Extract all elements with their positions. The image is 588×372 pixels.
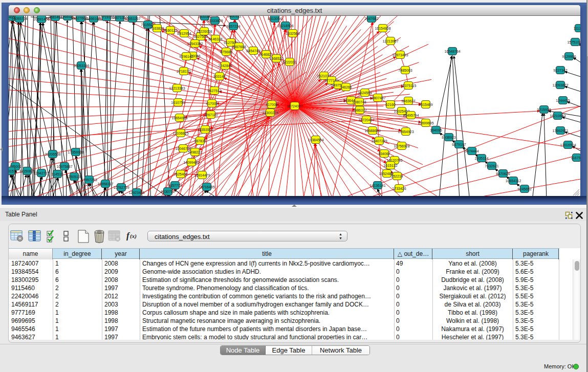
svg-text:2087682: 2087682 (364, 17, 378, 20)
svg-text:39151: 39151 (9, 169, 16, 173)
svg-text:7632621: 7632621 (485, 164, 498, 168)
svg-text:2242846: 2242846 (218, 64, 232, 68)
svg-text:12213383: 12213383 (169, 86, 185, 90)
svg-text:12150829: 12150829 (19, 169, 35, 173)
svg-text:10958117: 10958117 (98, 182, 114, 186)
svg-text:62160: 62160 (385, 103, 396, 106)
svg-text:9245652: 9245652 (517, 187, 531, 191)
svg-text:18407249: 18407249 (371, 139, 387, 143)
svg-text:2367608: 2367608 (232, 45, 246, 49)
svg-text:10543382: 10543382 (187, 42, 203, 46)
svg-text:10807487: 10807487 (369, 96, 385, 100)
svg-text:10653267: 10653267 (124, 17, 140, 20)
svg-text:19106825: 19106825 (172, 132, 188, 135)
svg-text:12375115: 12375115 (401, 84, 417, 87)
svg-text:164095: 164095 (430, 128, 442, 132)
svg-text:16548784: 16548784 (444, 50, 460, 53)
svg-text:934067: 934067 (378, 152, 390, 156)
svg-text:9160123: 9160123 (163, 29, 177, 32)
svg-text:111203: 111203 (574, 27, 580, 30)
svg-text:417006: 417006 (266, 103, 277, 106)
svg-text:8470626: 8470626 (496, 172, 510, 176)
svg-text:9427512: 9427512 (207, 89, 221, 93)
svg-text:21300273: 21300273 (262, 111, 278, 115)
svg-text:14136141: 14136141 (369, 184, 385, 187)
svg-text:16154808: 16154808 (375, 27, 390, 30)
svg-text:17692971: 17692971 (552, 129, 568, 133)
svg-text:9230712: 9230712 (161, 190, 175, 193)
svg-text:9129906: 9129906 (562, 55, 576, 58)
svg-text:1603380: 1603380 (198, 16, 211, 18)
svg-text:7485003: 7485003 (398, 69, 412, 72)
svg-text:14055724: 14055724 (11, 17, 27, 20)
svg-text:10699695: 10699695 (418, 121, 433, 125)
svg-text:8454749: 8454749 (246, 49, 260, 53)
svg-text:10782759: 10782759 (113, 186, 129, 189)
svg-text:10975887: 10975887 (56, 165, 72, 168)
svg-text:(x): (x) (130, 233, 137, 239)
svg-text:7163822: 7163822 (150, 27, 164, 30)
svg-text:116753: 116753 (571, 156, 580, 160)
svg-text:7625402: 7625402 (173, 172, 187, 176)
svg-text:1332564: 1332564 (286, 32, 299, 35)
svg-text:2935114: 2935114 (475, 157, 489, 160)
svg-text:7986372: 7986372 (353, 108, 366, 112)
svg-text:9515469: 9515469 (419, 103, 432, 106)
svg-text:10654112: 10654112 (506, 179, 521, 183)
svg-text:12942737: 12942737 (33, 171, 49, 175)
svg-text:1065327: 1065327 (60, 16, 74, 18)
svg-text:15353593: 15353593 (197, 128, 213, 132)
svg-text:20206538: 20206538 (45, 152, 60, 156)
svg-text:8938923: 8938923 (442, 136, 455, 139)
svg-text:10688609: 10688609 (364, 129, 380, 133)
svg-text:675685: 675685 (220, 50, 232, 54)
svg-text:9227342: 9227342 (553, 69, 567, 72)
svg-text:16033809: 16033809 (207, 19, 223, 23)
svg-text:9296142: 9296142 (179, 55, 193, 58)
svg-text:5498222: 5498222 (188, 150, 202, 154)
svg-text:19654935: 19654935 (171, 116, 187, 120)
svg-text:8912954: 8912954 (177, 32, 191, 35)
svg-text:12505135: 12505135 (66, 175, 82, 179)
svg-text:16210643: 16210643 (550, 114, 565, 118)
svg-text:8813054: 8813054 (268, 17, 281, 20)
svg-text:3267110: 3267110 (204, 113, 218, 117)
svg-text:1244415: 1244415 (556, 99, 570, 102)
svg-text:18724007: 18724007 (287, 104, 302, 108)
svg-text:10046708: 10046708 (175, 147, 191, 150)
svg-text:9657774: 9657774 (168, 184, 182, 187)
svg-text:12213957: 12213957 (382, 39, 398, 43)
svg-text:252214: 252214 (391, 174, 403, 178)
svg-text:14099489: 14099489 (183, 161, 199, 164)
svg-text:10973493: 10973493 (392, 53, 408, 57)
svg-text:1080748: 1080748 (352, 100, 366, 104)
svg-text:987833: 987833 (194, 139, 206, 143)
svg-text:15716485: 15716485 (199, 185, 214, 189)
svg-text:1568520: 1568520 (269, 57, 283, 60)
svg-text:9357224: 9357224 (226, 25, 240, 28)
svg-text:1527602: 1527602 (73, 16, 87, 20)
svg-text:9146821: 9146821 (259, 53, 273, 56)
svg-text:16914479: 16914479 (194, 173, 210, 177)
svg-text:28495794: 28495794 (403, 114, 419, 117)
svg-text:1733426: 1733426 (392, 187, 406, 190)
svg-text:746266: 746266 (340, 85, 352, 89)
svg-text:8222031: 8222031 (282, 60, 296, 64)
svg-text:15751074: 15751074 (567, 40, 580, 44)
svg-text:12093872: 12093872 (552, 83, 568, 87)
svg-text:12923446: 12923446 (128, 191, 144, 194)
svg-text:3215938: 3215938 (537, 108, 551, 112)
svg-text:19384554: 19384554 (308, 138, 323, 142)
svg-text:19218506: 19218506 (277, 24, 293, 28)
svg-text:8146328: 8146328 (208, 37, 222, 41)
svg-text:17359938: 17359938 (68, 150, 83, 154)
svg-text:9463627: 9463627 (401, 99, 415, 103)
svg-text:3624554: 3624554 (358, 91, 372, 95)
svg-text:15226058: 15226058 (196, 30, 212, 33)
svg-text:17016504: 17016504 (560, 143, 576, 147)
svg-text:20053346: 20053346 (73, 64, 89, 68)
svg-text:417006: 417006 (206, 102, 217, 105)
svg-text:9474444: 9474444 (465, 149, 478, 153)
svg-text:20691406: 20691406 (33, 17, 49, 21)
svg-text:17654923: 17654923 (398, 130, 413, 134)
